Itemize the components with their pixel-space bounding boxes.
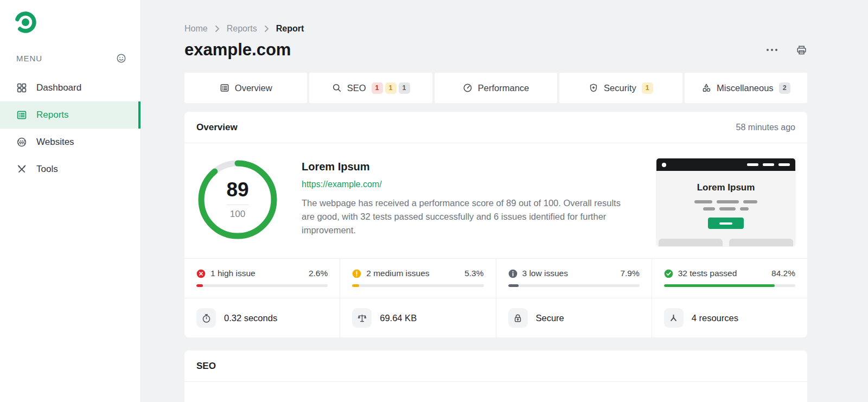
dashboard-icon [16,82,27,93]
breadcrumb-report: Report [276,24,304,34]
badge-high: 1 [372,82,383,94]
sidebar-nav: Dashboard Reports [0,74,141,183]
info-circle-icon [508,269,518,278]
sidebar-item-tools[interactable]: Tools [0,156,141,183]
x-circle-icon [196,269,206,278]
svg-text:www: www [18,141,25,144]
page-title: example.com [184,40,291,60]
stat-percent: 84.2% [771,269,795,278]
sidebar: MENU D [0,0,141,402]
account-icon[interactable] [116,53,126,63]
print-button[interactable] [796,44,807,56]
badge-low: 2 [779,82,790,94]
main-content: Home Reports Report example.com [141,0,868,402]
stat-label: 3 low issues [522,269,568,278]
section-title: SEO [196,361,216,372]
badge-medium: 1 [385,82,397,94]
progress-bar [664,284,795,287]
shapes-icon [701,83,711,93]
menu-label: MENU [16,54,42,63]
stat-low-issues: 3 low issues 7.9% [496,259,652,298]
stat-tests-passed: 32 tests passed 84.2% [652,259,807,298]
progress-bar [508,284,640,287]
sidebar-item-label: Websites [36,137,74,148]
metric-label: 0.32 seconds [224,313,277,323]
sidebar-item-label: Dashboard [36,82,81,93]
tools-icon [16,164,27,175]
app-logo[interactable] [0,0,141,35]
weight-icon [352,308,372,328]
lock-icon [508,308,528,328]
badge-medium: 1 [642,82,653,94]
score-gauge: 89 100 [196,158,279,241]
badge-low: 1 [399,82,410,94]
tab-miscellaneous[interactable]: Miscellaneous 2 [685,73,807,103]
seo-card: SEO [184,350,807,402]
thumbnail-heading: Lorem Ipsum [656,182,795,193]
sidebar-item-websites[interactable]: www Websites [0,129,141,156]
report-page-title: Lorem Ipsum [302,161,635,173]
sidebar-item-label: Reports [36,110,69,120]
tab-label: Overview [235,83,272,93]
metric-page-size: 69.64 KB [340,298,495,337]
stat-label: 1 high issue [210,269,256,278]
page-thumbnail: Lorem Ipsum [656,158,795,246]
report-summary: The webpage has received a performance s… [302,196,635,237]
progress-bar [196,284,328,287]
metric-load-time: 0.32 seconds [184,298,340,337]
sidebar-item-dashboard[interactable]: Dashboard [0,74,141,101]
stat-medium-issues: 2 medium issues 5.3% [340,259,495,298]
issue-stats: 1 high issue 2.6% 2 medium issues 5.3% [184,258,807,298]
thumbnail-browser-bar [656,158,795,171]
tab-seo[interactable]: SEO 1 1 1 [309,73,432,103]
chevron-right-icon [264,25,269,33]
stat-label: 2 medium issues [366,269,429,278]
stat-percent: 2.6% [309,269,328,278]
score-value: 89 [226,180,248,200]
report-timestamp: 58 minutes ago [736,123,795,132]
chevron-right-icon [215,25,220,33]
reports-icon [16,110,27,120]
section-title: Overview [196,122,238,133]
search-icon [332,83,342,93]
shield-icon [589,83,598,93]
tab-overview[interactable]: Overview [184,73,307,103]
more-options-button[interactable] [764,47,780,53]
sidebar-item-reports[interactable]: Reports [0,101,141,129]
breadcrumb: Home Reports Report [184,24,807,34]
tab-label: Security [604,83,636,93]
tab-label: Performance [478,83,529,93]
resources-icon [664,308,684,328]
stat-percent: 5.3% [464,269,483,278]
metric-label: 69.64 KB [380,313,417,323]
tab-label: Miscellaneous [717,83,774,93]
score-total: 100 [230,209,245,220]
report-tabs: Overview SEO 1 1 1 [184,73,807,103]
logo-icon [13,10,38,35]
stat-high-issues: 1 high issue 2.6% [184,259,340,298]
thumbnail-button [708,218,744,229]
tab-performance[interactable]: Performance [435,73,557,103]
progress-bar [352,284,483,287]
report-page-url[interactable]: https://example.com/ [302,180,382,189]
metric-resources: 4 resources [652,298,807,337]
stat-percent: 7.9% [620,269,639,278]
breadcrumb-home[interactable]: Home [184,24,208,34]
breadcrumb-reports[interactable]: Reports [227,24,257,34]
metrics: 0.32 seconds 69.64 KB [184,298,807,337]
stopwatch-icon [196,308,216,328]
sidebar-item-label: Tools [36,164,58,175]
list-icon [220,83,229,93]
tab-label: SEO [347,83,366,93]
printer-icon [796,44,807,56]
overview-card: Overview 58 minutes ago 89 100 L [184,112,807,337]
stat-label: 32 tests passed [678,269,737,278]
gauge-icon [463,83,473,93]
exclamation-circle-icon [352,269,361,278]
metric-security: Secure [496,298,652,337]
metric-label: Secure [536,313,564,323]
check-circle-icon [664,269,673,278]
tab-security[interactable]: Security 1 [559,73,682,103]
metric-label: 4 resources [692,313,738,323]
websites-icon: www [16,137,27,148]
